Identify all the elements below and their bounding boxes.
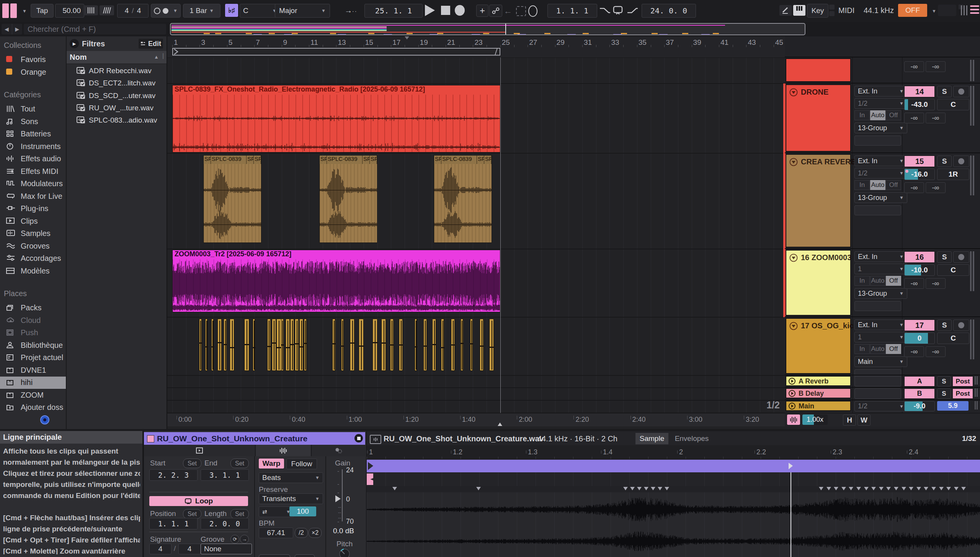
sidebar-item-projet-actuel[interactable]: Projet actuel: [0, 352, 66, 364]
file-row[interactable]: DS_ECT2...litch.wav: [67, 77, 167, 89]
transient-envelope-field[interactable]: 100: [289, 506, 316, 516]
fold-track-icon[interactable]: [789, 254, 798, 262]
tab-sample-editor[interactable]: Sample: [635, 433, 668, 444]
clip-magenta-zoom[interactable]: ZOOM0003_Tr2 [2025-06-09 165712]: [172, 250, 500, 312]
minute-ruler[interactable]: 0:000:200:401:001:201:402:002:202:403:00…: [167, 413, 785, 426]
menu-hamburger-icon[interactable]: [970, 5, 979, 14]
play-circle-icon[interactable]: [789, 378, 795, 385]
send-a-field[interactable]: -∞: [904, 182, 924, 193]
input-type-menu[interactable]: Ext. In▼: [854, 319, 907, 330]
track-number-button[interactable]: 14: [904, 86, 935, 97]
back-icon[interactable]: ◀: [2, 24, 12, 34]
clip-transient-segment[interactable]: [267, 319, 271, 371]
sidebar-item-accordages[interactable]: Accordages: [0, 252, 66, 265]
arrangement-position-field[interactable]: 25. 1. 1: [364, 4, 423, 18]
clip-transient-segment[interactable]: [299, 319, 303, 371]
clip-transient-segment[interactable]: [253, 319, 255, 371]
return-post-button[interactable]: Post: [952, 388, 973, 399]
send-a-field[interactable]: -∞: [904, 113, 924, 123]
arm-button[interactable]: [953, 86, 969, 97]
bpm-double-button[interactable]: ×2: [309, 528, 322, 538]
sidebar-item-sons[interactable]: Sons: [0, 116, 66, 128]
key-signature-button[interactable]: ♭♯: [225, 4, 238, 17]
warp-marker-icon[interactable]: [939, 487, 944, 490]
sidebar-item-effets-midi[interactable]: Effets MIDI: [0, 165, 66, 178]
track-name-DRONE[interactable]: DRONE: [786, 84, 851, 152]
cpu-off-button[interactable]: OFF: [898, 4, 927, 17]
fold-track-icon[interactable]: [789, 322, 798, 330]
clip-brown-cluster[interactable]: SFSPLC-0839SFSF: [203, 155, 261, 243]
return-text-box[interactable]: [854, 388, 901, 399]
sidebar-item-zoom[interactable]: ZOOM: [0, 389, 66, 401]
warp-marker-icon[interactable]: [856, 487, 861, 490]
return-name-a-reverb[interactable]: A Reverb: [786, 376, 851, 386]
clip-transient-segment[interactable]: [211, 319, 214, 371]
sidebar-item-max-for-live[interactable]: Max for Live: [0, 190, 66, 203]
track-name-16 ZOOM0003[interactable]: 16 ZOOM0003: [786, 250, 851, 316]
warp-marker-icon[interactable]: [644, 487, 648, 490]
input-type-menu[interactable]: Ext. In▼: [854, 156, 907, 166]
monitor-off[interactable]: Off: [886, 344, 901, 354]
record-button[interactable]: [455, 5, 465, 16]
position-set-button[interactable]: Set: [183, 509, 201, 519]
clip-transient-segment[interactable]: [272, 319, 276, 371]
bpm-field[interactable]: 67.41: [259, 528, 293, 538]
highlight-icon[interactable]: [528, 5, 537, 17]
return-letter-button[interactable]: A: [904, 376, 935, 387]
monitor-auto[interactable]: Auto: [870, 276, 885, 286]
audition-waveform-icon[interactable]: [787, 414, 800, 425]
track-number-button[interactable]: 16: [904, 251, 935, 263]
return-letter-button[interactable]: B: [904, 388, 935, 399]
input-channel-menu[interactable]: 1/2▼: [854, 168, 907, 179]
play-circle-icon[interactable]: [789, 403, 795, 410]
monitor-in[interactable]: In: [854, 344, 870, 354]
track-number-button[interactable]: 17: [904, 319, 935, 331]
new-midi-icon[interactable]: +: [476, 5, 488, 17]
input-channel-menu[interactable]: 1/2▼: [854, 98, 907, 109]
input-type-menu[interactable]: Ext. In▼: [854, 86, 907, 97]
solo-button[interactable]: S: [937, 251, 952, 263]
send-b-field[interactable]: -∞: [926, 61, 946, 72]
back-to-arrangement-icon[interactable]: ←: [504, 6, 512, 16]
cpu-menu-chevron-icon[interactable]: ▼: [932, 8, 936, 14]
preserve-menu[interactable]: Transients▼: [259, 493, 323, 504]
sample-beat-ruler[interactable]: 11.21.31.422.22.32.4: [367, 445, 980, 460]
draw-selection-icon[interactable]: [516, 6, 526, 16]
warp-marker-icon[interactable]: [476, 487, 481, 490]
warp-marker-icon[interactable]: [637, 487, 642, 490]
warp-marker-icon[interactable]: [623, 487, 628, 490]
play-button[interactable]: [425, 5, 435, 16]
nudge-down-icon[interactable]: [83, 5, 98, 15]
sidebar-item-mod-les[interactable]: Modèles: [0, 265, 66, 277]
key-scale-menu[interactable]: Major▼: [275, 4, 330, 18]
sample-loop-bar[interactable]: [367, 460, 980, 472]
warp-marker-icon[interactable]: [886, 487, 891, 490]
warp-marker-icon[interactable]: [946, 487, 951, 490]
warp-marker-icon[interactable]: [894, 487, 898, 490]
length-value-field[interactable]: 2. 0. 0: [201, 518, 249, 529]
loop-switch-icon[interactable]: [612, 5, 624, 15]
follow-button-clip[interactable]: Follow: [286, 459, 317, 469]
output-menu[interactable]: Main▼: [854, 356, 907, 367]
pan-field[interactable]: C: [937, 264, 969, 276]
clip-transient-segment[interactable]: [304, 319, 307, 371]
start-set-button[interactable]: Set: [183, 459, 201, 468]
clip-transient-segment[interactable]: [199, 319, 202, 371]
warp-marker-icon[interactable]: [931, 487, 936, 490]
clip-transient-segment[interactable]: [381, 319, 386, 371]
clip-transient-segment[interactable]: [423, 319, 427, 371]
punch-out-icon[interactable]: [627, 7, 638, 14]
sidebar-item-dvne1[interactable]: DVNE1: [0, 364, 66, 377]
send-b-field[interactable]: -∞: [926, 182, 946, 193]
return-solo-button[interactable]: S: [937, 388, 951, 399]
input-type-menu[interactable]: Ext. In▼: [854, 251, 907, 262]
volume-field[interactable]: -10.0: [904, 264, 935, 276]
edit-button-partial[interactable]: [295, 554, 315, 557]
output-menu[interactable]: 13-Group▼: [854, 192, 907, 203]
tab-envelope[interactable]: [312, 445, 365, 456]
main-pan-field[interactable]: 5.9: [937, 401, 969, 411]
warp-marker-icon[interactable]: [864, 487, 869, 490]
clip-transient-segment[interactable]: [461, 319, 463, 371]
return-post-button[interactable]: Post: [952, 376, 973, 387]
warp-marker-icon[interactable]: [651, 487, 655, 490]
